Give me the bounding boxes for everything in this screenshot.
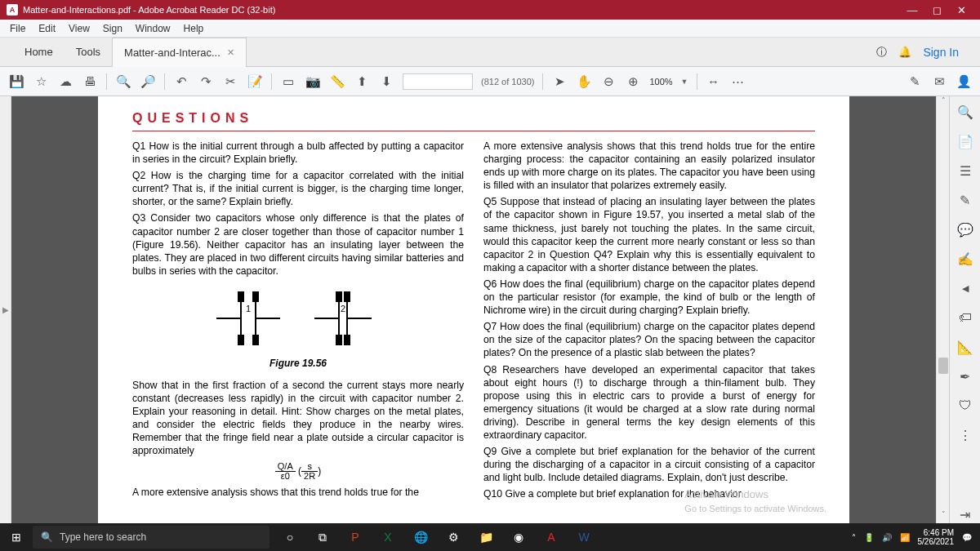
menu-bar: File Edit View Sign Window Help [0, 20, 980, 38]
volume-icon[interactable]: 🔊 [882, 533, 892, 542]
task-view-icon[interactable]: ⧉ [309, 526, 336, 549]
edge-icon[interactable]: 🌐 [407, 526, 434, 549]
vertical-scrollbar[interactable]: ˄ ˅ [936, 96, 949, 523]
scroll-thumb[interactable] [938, 358, 948, 374]
left-panel-toggle[interactable]: ▶ [0, 96, 11, 523]
edit-icon[interactable]: ✎ [956, 191, 974, 209]
chrome-icon[interactable]: ◉ [505, 526, 532, 549]
print-icon[interactable]: 🖶 [82, 73, 98, 90]
save-icon[interactable]: 💾 [8, 73, 24, 90]
scroll-down-icon[interactable]: ˅ [937, 510, 950, 523]
cursor-icon[interactable]: ➤ [551, 73, 568, 90]
expand-panel-icon[interactable]: ⇥ [956, 505, 974, 523]
share-icon[interactable]: 👤 [956, 73, 972, 90]
pdf-page: QUESTIONS Q1 How is the initial current … [98, 96, 849, 523]
page-up-icon[interactable]: ⬆ [354, 73, 370, 90]
menu-help[interactable]: Help [177, 23, 211, 34]
battery-icon[interactable]: 🔋 [864, 533, 874, 542]
section-heading: QUESTIONS [132, 111, 815, 126]
tab-tools[interactable]: Tools [65, 38, 112, 67]
svg-rect-16 [345, 335, 350, 344]
redo-icon[interactable]: ↷ [198, 73, 214, 90]
zoom-level[interactable]: 100% [649, 77, 672, 87]
collapse-panel-icon[interactable]: ◀ [956, 279, 974, 297]
notifications-icon[interactable]: 💬 [962, 533, 972, 542]
svg-rect-4 [238, 292, 243, 301]
svg-rect-6 [238, 335, 243, 344]
svg-rect-15 [336, 335, 341, 344]
tab-home[interactable]: Home [13, 38, 65, 67]
minimize-button[interactable]: — [900, 4, 924, 16]
figure-caption: Figure 19.56 [132, 358, 464, 371]
windows-taskbar: ⊞ 🔍 Type here to search ○ ⧉ P X 🌐 ⚙ 📁 ◉ … [0, 523, 980, 551]
system-tray[interactable]: ˄ 🔋 🔊 📶 6:46 PM 5/26/2021 💬 [844, 528, 981, 546]
svg-text:2: 2 [341, 304, 345, 313]
comment-icon[interactable]: 💬 [956, 220, 974, 238]
star-icon[interactable]: ☆ [33, 73, 49, 90]
crop-icon[interactable]: ✂ [222, 73, 238, 90]
help-icon[interactable]: ⓘ [876, 45, 887, 60]
text-tool-icon[interactable]: 📝 [247, 73, 263, 90]
undo-icon[interactable]: ↶ [173, 73, 189, 90]
ruler-icon[interactable]: 📏 [329, 73, 345, 90]
camera-icon[interactable]: 📷 [305, 73, 321, 90]
stamp-icon[interactable]: 🏷 [956, 309, 974, 327]
edit-pdf-icon[interactable]: ✎ [906, 73, 923, 90]
paragraph-more: A more extensive analysis shows that thi… [132, 486, 464, 499]
cortana-icon[interactable]: ○ [276, 526, 304, 549]
start-button[interactable]: ⊞ [0, 531, 33, 544]
document-viewport[interactable]: QUESTIONS Q1 How is the initial current … [11, 96, 936, 523]
find-icon[interactable]: 🔎 [140, 73, 156, 90]
page-down-icon[interactable]: ⬇ [378, 73, 394, 90]
organize-icon[interactable]: ☰ [956, 162, 974, 180]
fit-width-icon[interactable]: ↔ [706, 73, 722, 90]
more-tools-icon[interactable]: ⋮ [956, 426, 974, 444]
hand-icon[interactable]: ✋ [576, 73, 592, 90]
menu-edit[interactable]: Edit [32, 23, 62, 34]
taskbar-search[interactable]: 🔍 Type here to search [33, 526, 270, 549]
excel-icon[interactable]: X [374, 526, 402, 549]
bell-icon[interactable]: 🔔 [898, 46, 911, 58]
tray-chevron-icon[interactable]: ˄ [852, 533, 856, 542]
clock[interactable]: 6:46 PM 5/26/2021 [918, 528, 955, 546]
menu-window[interactable]: Window [129, 23, 177, 34]
menu-view[interactable]: View [62, 23, 96, 34]
menu-sign[interactable]: Sign [96, 23, 129, 34]
fill-sign-icon[interactable]: ✍ [956, 250, 974, 268]
zoom-plus-icon[interactable]: ⊕ [625, 73, 641, 90]
window-title: Matter-and-Interactions.pdf - Adobe Acro… [23, 5, 275, 15]
settings-icon[interactable]: ⚙ [439, 526, 467, 549]
export-icon[interactable]: 📄 [956, 132, 974, 150]
search-panel-icon[interactable]: 🔍 [956, 103, 974, 121]
tab-document[interactable]: Matter-and-Interac...✕ [112, 38, 247, 67]
maximize-button[interactable]: ◻ [924, 4, 949, 16]
tab-close-icon[interactable]: ✕ [227, 47, 234, 58]
zoom-minus-icon[interactable]: ⊖ [600, 73, 617, 90]
question-q2: Q2 How is the charging time for a capaci… [132, 169, 464, 208]
word-icon[interactable]: W [570, 526, 598, 549]
close-button[interactable]: ✕ [949, 4, 973, 16]
scroll-up-icon[interactable]: ˄ [937, 96, 950, 109]
page-number-input[interactable] [403, 73, 473, 90]
wifi-icon[interactable]: 📶 [900, 533, 910, 542]
sign-in-link[interactable]: Sign In [923, 46, 959, 59]
page-view-icon[interactable]: ▭ [280, 73, 296, 90]
page-total-label: (812 of 1030) [481, 77, 534, 87]
figure-19-56: 1 2 [208, 286, 388, 351]
search-icon: 🔍 [41, 531, 53, 543]
question-q9: Q9 Give a complete but brief explanation… [483, 445, 815, 484]
sign-icon[interactable]: ✒ [956, 367, 974, 385]
measure-icon[interactable]: 📐 [956, 338, 974, 356]
left-column: Q1 How is the initial current through a … [132, 140, 464, 504]
zoom-out-icon[interactable]: 🔍 [115, 73, 131, 90]
question-q6: Q6 How does the final (equilibrium) char… [483, 278, 815, 317]
cloud-icon[interactable]: ☁ [57, 73, 74, 90]
file-explorer-icon[interactable]: 📁 [472, 526, 500, 549]
search-placeholder: Type here to search [60, 531, 146, 543]
powerpoint-icon[interactable]: P [341, 526, 369, 549]
email-icon[interactable]: ✉ [931, 73, 947, 90]
menu-file[interactable]: File [3, 23, 32, 34]
more-icon[interactable]: ⋯ [730, 73, 746, 90]
acrobat-icon[interactable]: A [537, 526, 565, 549]
protect-icon[interactable]: 🛡 [956, 397, 974, 415]
